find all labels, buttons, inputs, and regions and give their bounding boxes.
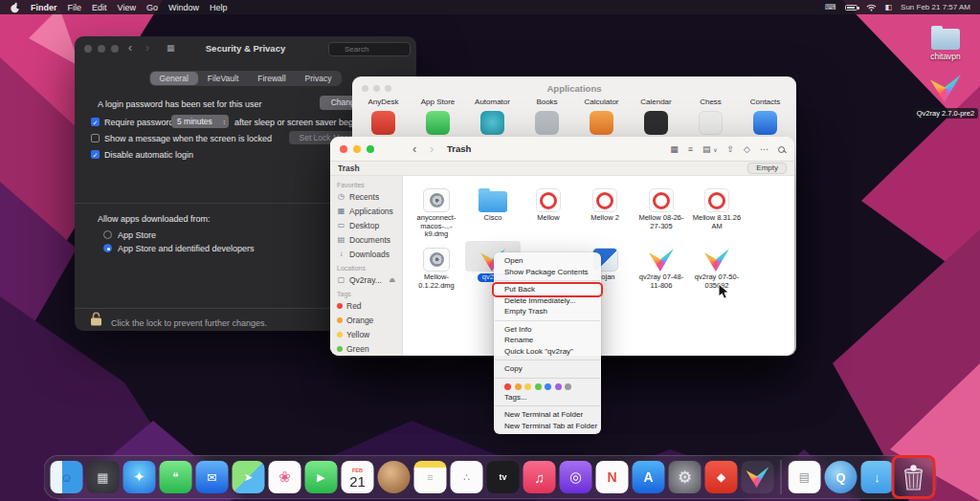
tab-general[interactable]: General (150, 72, 198, 85)
sidebar-tag-yellow[interactable]: Yellow (330, 327, 402, 341)
zoom-button[interactable] (367, 145, 374, 153)
dock-trash[interactable] (898, 461, 930, 493)
dock-news[interactable]: N (596, 461, 629, 493)
sidebar-item-desktop[interactable]: ▭Desktop (330, 218, 402, 232)
dock-notes[interactable]: ≡ (414, 461, 447, 493)
dock-round-app[interactable] (378, 461, 411, 493)
tag-red-icon[interactable] (504, 383, 511, 390)
apple-logo-icon[interactable] (10, 2, 20, 13)
app-icon[interactable] (753, 111, 777, 135)
tab-filevault[interactable]: FileVault (198, 72, 248, 85)
menu-help[interactable]: Help (210, 3, 228, 12)
group-by-icon[interactable]: ▤ ∨ (702, 144, 717, 154)
lock-icon[interactable] (90, 312, 102, 326)
tag-gray-icon[interactable] (565, 383, 571, 390)
identified-developers-radio[interactable] (103, 244, 112, 252)
file-item[interactable]: qv2ray 07-48-11-806 (634, 241, 689, 290)
sidebar-item-recents[interactable]: ◷Recents (330, 189, 402, 204)
menu-item-show-package-contents[interactable]: Show Package Contents (494, 267, 601, 278)
menu-item-quick-look[interactable]: Quick Look "qv2ray" (494, 346, 601, 358)
wifi-icon[interactable] (866, 4, 877, 11)
view-list-icon[interactable]: ≡ (688, 144, 693, 154)
app-icon[interactable] (371, 111, 395, 135)
tag-blue-icon[interactable] (545, 383, 551, 390)
require-password-checkbox[interactable] (91, 118, 100, 126)
dock-finder[interactable]: ☺ (51, 461, 83, 493)
tab-firewall[interactable]: Firewall (248, 72, 295, 85)
sidebar-item-documents[interactable]: ▤Documents (330, 232, 402, 247)
control-center-icon[interactable]: ◧ (885, 3, 893, 11)
menu-finder[interactable]: Finder (31, 3, 57, 12)
tab-privacy[interactable]: Privacy (296, 72, 342, 85)
app-label[interactable]: Chess (683, 98, 738, 106)
app-label[interactable]: Books (520, 98, 574, 106)
menu-item-put-back[interactable]: Put Back (494, 284, 601, 295)
menu-item-tags[interactable]: Tags... (494, 392, 601, 403)
dock-qv2ray[interactable] (742, 461, 774, 493)
file-item[interactable]: Mellow 8.31.26 AM (689, 182, 745, 230)
menu-item-get-info[interactable]: Get Info (494, 324, 601, 336)
dock-tv[interactable]: tv (487, 461, 520, 493)
menu-go[interactable]: Go (146, 3, 158, 12)
minimize-button[interactable] (353, 145, 361, 153)
file-item[interactable]: anyconnect-macos-...-k9.dmg (409, 182, 464, 239)
empty-trash-button[interactable]: Empty (747, 163, 787, 174)
dock-maps[interactable]: ➤ (233, 461, 265, 493)
app-icon[interactable] (699, 111, 723, 135)
battery-icon[interactable] (845, 5, 858, 11)
menu-window[interactable]: Window (168, 3, 199, 12)
app-icon[interactable] (535, 111, 559, 135)
menu-edit[interactable]: Edit (92, 3, 107, 12)
file-item[interactable]: Mellow (521, 182, 576, 223)
dock-mail[interactable]: ✉ (196, 461, 229, 493)
app-icon[interactable] (644, 111, 668, 135)
sidebar-item-applications[interactable]: ▦Applications (330, 204, 402, 218)
menu-item-new-terminal[interactable]: New Terminal at Folder (494, 409, 601, 421)
menu-item-open[interactable]: Open (494, 255, 601, 267)
tag-green-icon[interactable] (535, 383, 542, 390)
dock-quicktime[interactable]: Q (825, 461, 858, 493)
app-label[interactable]: App Store (411, 98, 465, 106)
sidebar-tag-orange[interactable]: Orange (330, 313, 402, 327)
app-label[interactable]: Calendar (629, 98, 683, 106)
dock-music[interactable]: ♫ (523, 461, 556, 493)
search-icon[interactable] (778, 146, 785, 153)
menu-bar-clock[interactable]: Sun Feb 21 7:57 AM (901, 3, 970, 11)
desktop-icon-chitavpn[interactable]: chitavpn (909, 25, 980, 61)
show-message-checkbox[interactable] (91, 134, 100, 142)
menu-view[interactable]: View (118, 3, 136, 12)
forward-icon[interactable]: › (430, 142, 434, 156)
menu-item-rename[interactable]: Rename (494, 335, 601, 346)
eject-icon[interactable]: ⏏ (389, 276, 395, 284)
tag-purple-icon[interactable] (555, 383, 562, 390)
require-password-delay-select[interactable]: 5 minutes ↕ (171, 115, 229, 128)
desktop-icon-qv2ray[interactable]: Qv2ray 2.7.0-pre2 (907, 75, 980, 120)
app-icon[interactable] (590, 111, 613, 135)
search-input[interactable] (328, 42, 411, 56)
close-button[interactable] (340, 145, 347, 153)
share-icon[interactable]: ⇧ (727, 144, 735, 154)
dock-anydesk[interactable]: ◆ (705, 461, 738, 493)
dock-reminders[interactable]: ∴ (451, 461, 483, 493)
dock-facetime[interactable]: ▶ (305, 461, 338, 493)
app-icon[interactable] (426, 111, 450, 135)
menu-item-copy[interactable]: Copy (494, 363, 601, 375)
back-icon[interactable]: ‹ (412, 142, 416, 156)
menu-file[interactable]: File (68, 3, 82, 12)
dock-safari[interactable]: ✦ (123, 461, 156, 493)
app-label[interactable]: Contacts (738, 98, 792, 106)
app-store-radio[interactable] (103, 230, 112, 239)
app-icon[interactable] (480, 111, 504, 135)
dock-system-preferences[interactable]: ⚙ (669, 461, 702, 493)
view-grid-icon[interactable]: ▦ (670, 144, 679, 154)
dock-downloads[interactable]: ↓ (861, 461, 894, 493)
dock-podcasts[interactable]: ◎ (560, 461, 592, 493)
more-actions-icon[interactable]: ⋯ (760, 144, 768, 154)
file-item[interactable]: Mellow 08-26-27-305 (634, 182, 689, 230)
file-item[interactable]: Mellow-0.1.22.dmg (409, 241, 464, 290)
file-item[interactable]: Mellow 2 (577, 182, 633, 223)
menu-item-empty-trash[interactable]: Empty Trash (494, 306, 601, 317)
dock-calendar[interactable]: FEB21 (342, 461, 374, 493)
dock-messages[interactable]: ❝ (160, 461, 192, 493)
tag-yellow-icon[interactable] (524, 383, 531, 390)
